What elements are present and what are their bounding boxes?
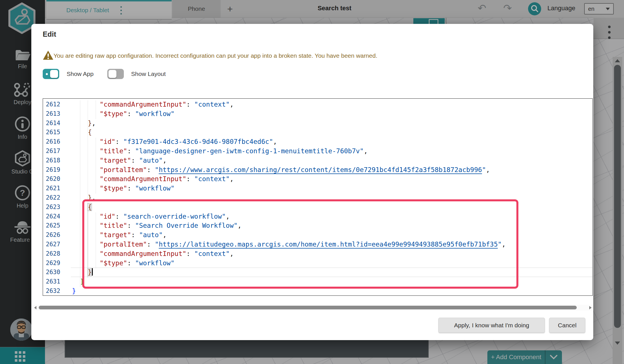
- code-token: "Search Override Workflow": [135, 222, 238, 229]
- code-token: "workflow": [135, 110, 175, 117]
- show-layout-toggle[interactable]: [107, 69, 124, 79]
- code-line[interactable]: "id": "f317e901-4dc3-43c6-9d46-9807fbc4e…: [71, 137, 592, 146]
- code-token: "commandArgumentInput": [100, 175, 186, 183]
- code-line[interactable]: {: [71, 128, 592, 137]
- screen: Desktop / Tablet Phone + Search test ↶ ↷…: [0, 0, 624, 364]
- code-line[interactable]: "commandArgumentInput": "context",: [71, 174, 592, 184]
- scroll-left-icon[interactable]: [34, 306, 36, 309]
- warning-banner: You are editing raw app configuration. I…: [43, 50, 377, 60]
- h-scrollbar-thumb[interactable]: [39, 306, 577, 309]
- line-number: 2617: [43, 146, 71, 156]
- code-token: "commandArgumentInput": [100, 101, 186, 108]
- code-line[interactable]: "portalItem": "https://www.arcgis.com/sh…: [71, 165, 592, 175]
- code-token: "auto": [139, 231, 163, 239]
- code-line[interactable]: "target": "auto",: [71, 156, 592, 165]
- show-app-label: Show App: [67, 71, 94, 77]
- line-number: 2612: [43, 100, 71, 109]
- apply-button[interactable]: Apply, I know what I'm doing: [438, 318, 545, 333]
- line-number: 2616: [43, 137, 71, 146]
- show-layout-label: Show Layout: [131, 71, 166, 77]
- code-token: ,: [364, 147, 368, 155]
- line-number: 2614: [43, 119, 71, 128]
- code-area[interactable]: "commandArgumentInput": "context", "$typ…: [71, 100, 592, 296]
- line-number: 2626: [43, 230, 71, 240]
- code-line[interactable]: {: [71, 202, 592, 212]
- code-token: ,: [230, 250, 234, 257]
- code-line[interactable]: ]: [71, 277, 592, 286]
- code-token: ,: [92, 194, 96, 201]
- code-token: :: [127, 147, 135, 155]
- code-token: ": [498, 241, 502, 248]
- line-number: 2624: [43, 212, 71, 221]
- code-token: "target": [100, 231, 131, 239]
- code-token: {: [88, 129, 92, 136]
- code-token: ": [155, 166, 159, 173]
- toggle-knob: [108, 70, 116, 78]
- line-number: 2620: [43, 174, 71, 184]
- code-token: :: [186, 101, 194, 108]
- line-number: 2630: [43, 268, 71, 277]
- line-number: 2621: [43, 184, 71, 193]
- code-line[interactable]: "title": "Search Override Workflow",: [71, 221, 592, 230]
- code-token: ,: [163, 157, 167, 164]
- toggle-row: Show App Show Layout: [43, 69, 172, 79]
- code-token: :: [115, 138, 123, 145]
- code-token: :: [186, 250, 194, 257]
- code-token: "portalItem": [100, 166, 147, 173]
- code-token: :: [147, 241, 155, 248]
- code-line[interactable]: "commandArgumentInput": "context",: [71, 249, 592, 258]
- code-token: "context": [194, 175, 230, 183]
- code-token: }: [88, 194, 92, 201]
- code-line[interactable]: "target": "auto",: [71, 230, 592, 240]
- editor-horizontal-scrollbar[interactable]: [34, 305, 592, 311]
- code-token: ,: [163, 231, 167, 239]
- code-token: ": [482, 166, 486, 173]
- code-token: ,: [92, 119, 96, 127]
- code-token: }: [88, 268, 92, 276]
- code-token: ,: [273, 138, 277, 145]
- code-token: "workflow": [135, 185, 175, 192]
- warning-icon: [43, 50, 54, 60]
- code-token: ,: [502, 241, 506, 248]
- url-link[interactable]: https://latitudegeo.maps.arcgis.com/home…: [159, 241, 498, 248]
- code-line[interactable]: "portalItem": "https://latitudegeo.maps.…: [71, 240, 592, 249]
- code-line[interactable]: "$type": "workflow": [71, 258, 592, 268]
- line-number: 2632: [43, 286, 71, 296]
- code-token: "title": [100, 222, 127, 229]
- code-token: }: [72, 287, 76, 295]
- toggle-knob: [50, 70, 58, 78]
- code-token: :: [127, 110, 135, 117]
- line-number-gutter: 2612261326142615261626172618261926202621…: [43, 100, 71, 296]
- code-token: ,: [238, 222, 242, 229]
- json-code-editor[interactable]: 2612261326142615261626172618261926202621…: [43, 98, 593, 296]
- show-app-toggle[interactable]: [43, 69, 59, 79]
- url-link[interactable]: https://www.arcgis.com/sharing/rest/cont…: [159, 166, 482, 173]
- text-cursor: [92, 268, 93, 276]
- code-line[interactable]: "id": "search-override-workflow",: [71, 212, 592, 221]
- code-token: ,: [226, 213, 230, 220]
- code-token: "id": [100, 213, 115, 220]
- code-token: "portalItem": [100, 241, 147, 248]
- code-line[interactable]: },: [71, 193, 592, 202]
- code-line[interactable]: }: [71, 268, 592, 277]
- code-token: "search-override-workflow": [123, 213, 226, 220]
- line-number: 2625: [43, 221, 71, 230]
- code-token: :: [147, 166, 155, 173]
- code-token: {: [88, 203, 92, 211]
- toggle-on-dot: [46, 73, 48, 75]
- code-line[interactable]: "$type": "workflow": [71, 109, 592, 119]
- code-line[interactable]: "commandArgumentInput": "context",: [71, 100, 592, 109]
- cancel-button[interactable]: Cancel: [549, 318, 585, 333]
- code-token: "language-designer-gen-iwtm-config-1-men…: [135, 147, 364, 155]
- line-number: 2623: [43, 202, 71, 212]
- code-token: :: [131, 231, 139, 239]
- scroll-right-icon[interactable]: [589, 306, 592, 309]
- code-token: "title": [100, 147, 127, 155]
- code-token: "target": [100, 157, 131, 164]
- code-line[interactable]: }: [71, 286, 592, 296]
- edit-dialog: Edit You are editing raw app configurati…: [31, 24, 593, 340]
- code-token: :: [127, 185, 135, 192]
- code-line[interactable]: "$type": "workflow": [71, 184, 592, 193]
- code-line[interactable]: },: [71, 119, 592, 128]
- code-line[interactable]: "title": "language-designer-gen-iwtm-con…: [71, 146, 592, 156]
